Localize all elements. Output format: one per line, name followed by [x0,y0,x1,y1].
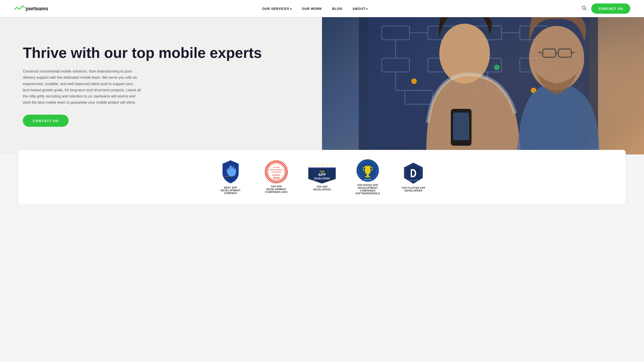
main-nav: pwrteams OUR SERVICES OUR WORK BLOG ABOU… [0,0,644,17]
nav-links: OUR SERVICES OUR WORK BLOG ABOUT [262,7,368,11]
badge-3-icon: TOP APP DEVELOPERS [308,163,336,184]
svg-point-31 [529,26,584,90]
hero-illustration [322,17,644,154]
logo-text: pwrteams [26,6,48,12]
svg-marker-56 [316,164,318,166]
badge-2-label: TOP APP DEVELOPMENT COMPANIES 2020 [262,185,290,193]
hero-description: Construct monumental mobile solutions, f… [23,68,142,105]
hero-image-container [322,17,644,154]
search-icon [582,6,587,11]
badge-5-label: TOP FLUTTER APP DEVELOPERS [400,187,427,192]
badge-5-icon: TopDevelopers [402,162,425,185]
svg-marker-57 [326,164,328,166]
nav-link-our-services[interactable]: OUR SERVICES [262,7,292,11]
svg-marker-53 [312,164,314,165]
svg-text:DEVELOPMENT: DEVELOPMENT [270,169,282,170]
badge-best-app-development: BEST APP DEVELOPMENT COMPANY [217,159,244,195]
badges-section: BEST APP DEVELOPMENT COMPANY TOP APP DEV… [18,150,626,204]
nav-right: CONTACT US [582,4,630,14]
svg-line-1 [585,9,586,10]
svg-text:TOP APP: TOP APP [273,166,280,168]
nav-link-about[interactable]: ABOUT [352,7,368,11]
svg-text:MOBILE: MOBILE [272,174,280,176]
nav-item-our-work[interactable]: OUR WORK [302,7,322,11]
nav-link-blog[interactable]: BLOG [332,7,342,11]
svg-point-25 [494,65,500,70]
svg-rect-68 [411,169,412,177]
svg-marker-54 [322,164,323,165]
svg-text:TopDevelopers: TopDevelopers [408,179,419,181]
svg-text:COMPANIES: COMPANIES [272,171,281,173]
badge-3-label: TOP APP DEVELOPERS [308,185,336,191]
svg-rect-30 [453,113,469,140]
badge-2-icon: TOP APP DEVELOPMENT COMPANIES MOBILE 202… [266,161,286,182]
logo-icon [14,5,26,12]
svg-rect-65 [366,174,369,176]
logo[interactable]: pwrteams [14,5,48,12]
badge-top-flutter-developers: TopDevelopers TOP FLUTTER APP DEVELOPERS [400,162,427,192]
badge-top-app-developers: TOP APP DEVELOPERS TOP APP DEVELOPERS [308,163,336,191]
hero-content: Thrive with our top mobile experts Const… [0,17,322,154]
nav-item-about[interactable]: ABOUT [352,7,368,11]
svg-text:DEVELOPERS: DEVELOPERS [314,177,330,180]
nav-item-our-services[interactable]: OUR SERVICES [262,7,292,11]
svg-text:APP: APP [318,173,326,177]
badge-top-rated-softwareworld: TOP RATED TOP RATED APP DEVELOPMENT COMP… [354,159,382,195]
svg-point-24 [411,79,416,84]
svg-marker-52 [308,167,336,169]
svg-text:TOP RATED: TOP RATED [364,179,372,180]
badge-top-app-development-2020: TOP APP DEVELOPMENT COMPANIES MOBILE 202… [262,160,290,193]
badge-4-icon: TOP RATED [356,159,379,182]
hero-image [322,17,644,154]
svg-text:2020: 2020 [273,176,280,180]
badge-4-label: TOP RATED APP DEVELOPMENT COMPANIES SOFT… [354,184,382,195]
nav-link-our-work[interactable]: OUR WORK [302,7,322,11]
svg-marker-55 [331,164,332,165]
contact-us-hero-button[interactable]: CONTACT US [23,115,68,127]
badge-2-circle: TOP APP DEVELOPMENT COMPANIES MOBILE 202… [265,160,288,183]
badge-1-icon [220,159,241,185]
badge-1-label: BEST APP DEVELOPMENT COMPANY [217,186,244,195]
search-button[interactable] [582,6,587,12]
hero-title: Thrive with our top mobile experts [23,45,304,61]
nav-item-blog[interactable]: BLOG [332,7,342,11]
hero-section: Thrive with our top mobile experts Const… [0,17,644,154]
contact-us-nav-button[interactable]: CONTACT US [591,4,630,14]
svg-rect-66 [365,176,370,177]
